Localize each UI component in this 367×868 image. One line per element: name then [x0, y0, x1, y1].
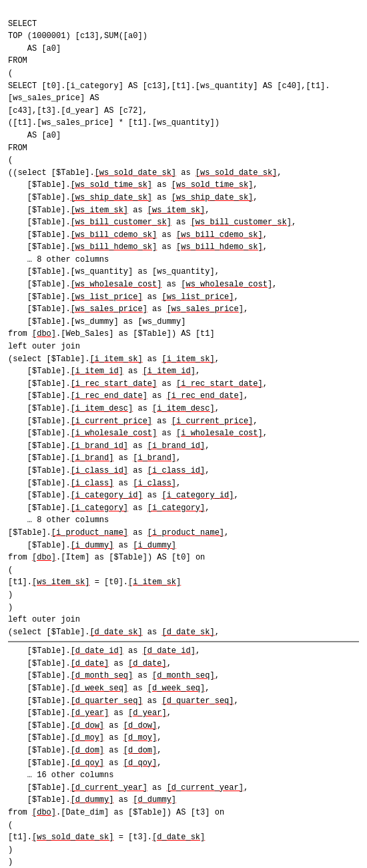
- code-line: [$Table].[ws_wholesale_cost] as [ws_whol…: [8, 278, 359, 291]
- code-line: left outer join: [8, 614, 359, 626]
- code-line: [$Table].[d_month_seq] as [d_month_seq],: [8, 670, 359, 682]
- code-line: [$Table].[i_category_id] as [i_category_…: [8, 489, 359, 502]
- code-line: [$Table].[i_category] as [i_category],: [8, 502, 359, 515]
- code-line: [$Table].[d_moy] as [d_moy],: [8, 732, 359, 744]
- code-line: [c43],[t3].[d_year] AS [c72],: [8, 105, 359, 118]
- code-line: [$Table].[i_wholesale_cost] as [i_wholes…: [8, 427, 359, 440]
- code-line: [$Table].[i_current_price] as [i_current…: [8, 415, 359, 428]
- code-line: (: [8, 819, 359, 832]
- code-line: ): [8, 856, 359, 868]
- code-line: (: [8, 564, 359, 577]
- code-line: [$Table].[ws_dummy] as [ws_dummy]: [8, 316, 359, 329]
- code-line: SELECT [t0].[i_category] AS [c13],[t1].[…: [8, 80, 359, 105]
- code-line: [$Table].[ws_quantity] as [ws_quantity],: [8, 266, 359, 278]
- code-line: [$Table].[ws_bill_customer_sk] as [ws_bi…: [8, 216, 359, 229]
- code-line: … 16 other columns: [8, 769, 359, 782]
- code-line: from [dbo].[Web_Sales] as [$Table]) AS […: [8, 328, 359, 341]
- code-line: [$Table].[d_current_year] as [d_current_…: [8, 782, 359, 795]
- code-line: (: [8, 154, 359, 167]
- code-line: [$Table].[d_dom] as [d_dom],: [8, 744, 359, 757]
- code-line: from [dbo].[Date_dim] as [$Table]) AS [t…: [8, 807, 359, 819]
- code-line: [$Table].[ws_bill_hdemo_sk] as [ws_bill_…: [8, 241, 359, 254]
- code-line: (: [8, 67, 359, 80]
- code-line: ): [8, 602, 359, 614]
- code-line: [$Table].[d_quarter_seq] as [d_quarter_s…: [8, 695, 359, 708]
- code-line: (select [$Table].[i_item_sk] as [i_item_…: [8, 353, 359, 366]
- code-line: [$Table].[ws_sold_time_sk] as [ws_sold_t…: [8, 179, 359, 192]
- code-line: [$Table].[ws_sales_price] as [ws_sales_p…: [8, 303, 359, 316]
- section-divider: [8, 641, 359, 642]
- code-line: [$Table].[d_week_seq] as [d_week_seq],: [8, 682, 359, 695]
- code-line: [$Table].[i_rec_end_date] as [i_rec_end_…: [8, 390, 359, 403]
- code-line: [$Table].[d_date_id] as [d_date_id],: [8, 645, 359, 658]
- code-line: [$Table].[i_brand] as [i_brand],: [8, 452, 359, 465]
- code-line: [$Table].[d_dummy] as [d_dummy]: [8, 794, 359, 807]
- code-line: [$Table].[ws_list_price] as [ws_list_pri…: [8, 291, 359, 304]
- code-line: [$Table].[i_class_id] as [i_class_id],: [8, 465, 359, 477]
- code-line: ((select [$Table].[ws_sold_date_sk] as […: [8, 167, 359, 180]
- code-line: [$Table].[ws_ship_date_sk] as [ws_ship_d…: [8, 192, 359, 204]
- code-line: [$Table].[d_date] as [d_date],: [8, 658, 359, 670]
- code-line: ([t1].[ws_sales_price] * [t1].[ws_quanti…: [8, 117, 359, 130]
- code-line: left outer join: [8, 341, 359, 353]
- code-line: … 8 other columns: [8, 514, 359, 527]
- code-line: [$Table].[d_year] as [d_year],: [8, 707, 359, 720]
- code-line: AS [a0]: [8, 130, 359, 142]
- code-line: FROM: [8, 55, 359, 67]
- code-line: ): [8, 844, 359, 857]
- code-line: [$Table].[i_class] as [i_class],: [8, 477, 359, 490]
- code-line: [$Table].[i_brand_id] as [i_brand_id],: [8, 440, 359, 453]
- code-line: [t1].[ws_item_sk] = [t0].[i_item_sk]: [8, 576, 359, 589]
- code-line: [$Table].[i_rec_start_date] as [i_rec_st…: [8, 378, 359, 391]
- code-line: [t1].[ws_sold_date_sk] = [t3].[d_date_sk…: [8, 831, 359, 844]
- code-line: SELECT: [8, 18, 359, 31]
- code-line: [$Table].[i_item_desc] as [i_item_desc],: [8, 403, 359, 415]
- sql-code-block: SELECTTOP (1000001) [c13],SUM([a0]) AS […: [0, 0, 367, 868]
- code-line: from [dbo].[Item] as [$Table]) AS [t0] o…: [8, 552, 359, 564]
- code-line: FROM: [8, 142, 359, 155]
- code-line: ): [8, 589, 359, 602]
- code-line: [$Table].[i_item_id] as [i_item_id],: [8, 365, 359, 378]
- code-line: … 8 other columns: [8, 254, 359, 266]
- code-line: [$Table].[ws_bill_cdemo_sk] as [ws_bill_…: [8, 229, 359, 242]
- code-line: [$Table].[d_dow] as [d_dow],: [8, 720, 359, 732]
- code-line: [$Table].[d_qoy] as [d_qoy],: [8, 757, 359, 770]
- code-line: TOP (1000001) [c13],SUM([a0]): [8, 30, 359, 43]
- code-line: AS [a0]: [8, 43, 359, 55]
- code-line: (select [$Table].[d_date_sk] as [d_date_…: [8, 626, 359, 639]
- code-line: [$Table].[i_product_name] as [i_product_…: [8, 527, 359, 539]
- code-line: [$Table].[i_dummy] as [i_dummy]: [8, 539, 359, 552]
- code-line: [$Table].[ws_item_sk] as [ws_item_sk],: [8, 204, 359, 217]
